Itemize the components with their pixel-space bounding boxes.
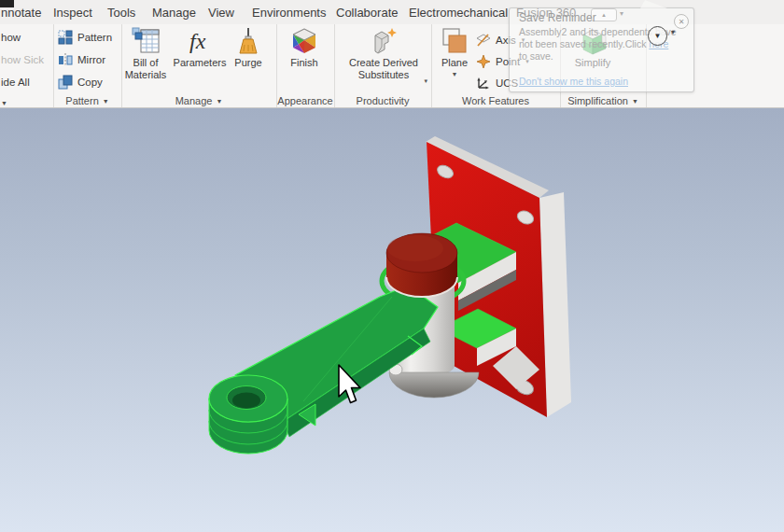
menu-annotate[interactable]: nnotate: [1, 6, 41, 20]
purge-button[interactable]: Purge: [230, 27, 267, 69]
plane-icon: [441, 27, 469, 55]
manage-group-footer[interactable]: Manage▼: [121, 95, 276, 106]
visibility-group-footer[interactable]: ▼: [0, 100, 53, 106]
parameters-button[interactable]: fx Parameters: [172, 27, 228, 69]
menu-electromechanical[interactable]: Electromechanical: [409, 6, 508, 20]
hide-all-button[interactable]: ide All: [1, 74, 30, 91]
dropdown-arrow-icon: ▼: [216, 98, 222, 105]
show-sick-button: how Sick: [1, 51, 44, 68]
ribbon-group-pattern: Pattern Mirror Copy Pattern▼: [53, 24, 122, 107]
screen-corner-artifact: [0, 0, 14, 7]
mirror-icon: [58, 52, 73, 67]
ribbon-group-manage: Bill of Materials fx Parameters Purge: [121, 24, 277, 107]
create-derived-substitutes-button[interactable]: Create Derived Substitutes ▾: [343, 27, 424, 80]
menu-environments[interactable]: Environments: [252, 6, 326, 20]
purge-broom-icon: [235, 27, 261, 55]
dropdown-arrow-icon: ▼: [632, 98, 638, 105]
dropdown-arrow-icon: ▼: [1, 100, 7, 106]
simplification-group-footer[interactable]: Simplification▼: [560, 95, 646, 106]
pattern-button[interactable]: Pattern: [58, 29, 112, 46]
ribbon-group-appearance: Finish Appearance: [276, 24, 335, 107]
productivity-group-footer: Productivity: [334, 95, 431, 106]
point-icon: [476, 54, 491, 69]
copy-icon: [58, 75, 73, 90]
mirror-button[interactable]: Mirror: [58, 51, 105, 68]
bill-of-materials-icon: [132, 27, 160, 55]
menu-tools[interactable]: Tools: [107, 6, 135, 20]
dont-show-again-link[interactable]: Don't show me this again: [519, 76, 628, 87]
dropdown-arrow-icon[interactable]: ▾: [424, 77, 427, 85]
save-reminder-popup: Save Reminder Assembly2 and its dependen…: [509, 7, 694, 92]
close-icon: ✕: [679, 18, 685, 26]
application-window: nnotate Inspect Tools Manage View Enviro…: [0, 0, 784, 532]
menu-inspect[interactable]: Inspect: [53, 6, 92, 20]
ribbon-group-visibility: how how Sick ide All ▼: [0, 24, 54, 107]
flyout-pin-icon[interactable]: ▾: [671, 28, 675, 36]
menu-manage[interactable]: Manage: [152, 6, 196, 20]
finish-cube-icon: [291, 27, 317, 55]
bill-of-materials-button[interactable]: Bill of Materials: [121, 27, 170, 80]
dropdown-arrow-icon: ▼: [103, 98, 109, 105]
popup-body-line3: to save.: [519, 50, 677, 63]
ribbon-display-toggle-button[interactable]: ▼: [648, 26, 667, 46]
svg-text:fx: fx: [189, 29, 206, 53]
finish-button[interactable]: Finish: [278, 27, 330, 69]
model-canvas: [0, 108, 784, 532]
popup-title: Save Reminder: [519, 11, 596, 24]
popup-balloon-tail: [640, 0, 667, 8]
ucs-icon: [476, 76, 491, 91]
circle-dropdown-icon: ▼: [654, 32, 662, 40]
appearance-group-footer: Appearance: [276, 95, 334, 106]
ring-hole-bottom: [232, 393, 260, 409]
axis-icon: [476, 33, 491, 48]
pattern-icon: [58, 30, 73, 45]
model-cap-knob[interactable]: [386, 233, 457, 297]
menu-view[interactable]: View: [208, 6, 234, 20]
popup-close-button[interactable]: ✕: [674, 14, 689, 29]
show-button[interactable]: how: [1, 29, 21, 46]
menu-collaborate[interactable]: Collaborate: [336, 6, 399, 20]
parameters-fx-icon: fx: [184, 27, 216, 55]
dropdown-arrow-icon[interactable]: ▼: [452, 71, 458, 78]
pattern-group-footer[interactable]: Pattern▼: [53, 95, 121, 106]
copy-button[interactable]: Copy: [58, 74, 103, 91]
viewport-3d[interactable]: [0, 108, 784, 532]
ribbon-group-productivity: Create Derived Substitutes ▾ Productivit…: [334, 24, 432, 107]
derived-substitutes-icon: [369, 27, 399, 55]
work-features-group-footer: Work Features: [431, 95, 560, 106]
plane-button[interactable]: Plane ▼: [436, 27, 473, 78]
